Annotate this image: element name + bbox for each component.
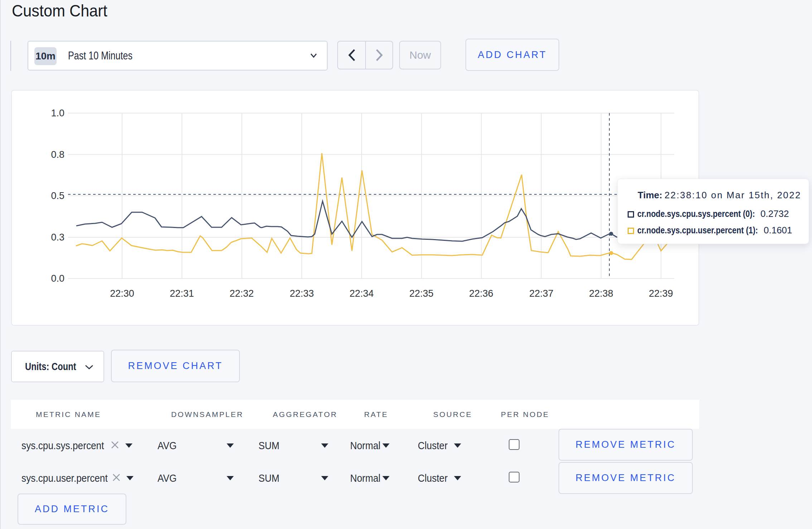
svg-text:0.8: 0.8 — [51, 149, 64, 160]
svg-text:0.5: 0.5 — [51, 190, 64, 201]
svg-text:22:37: 22:37 — [529, 288, 554, 299]
svg-text:22:34: 22:34 — [349, 288, 374, 299]
svg-text:22:35: 22:35 — [409, 288, 434, 299]
svg-text:22:39: 22:39 — [649, 288, 673, 299]
svg-text:22:30: 22:30 — [110, 288, 134, 299]
svg-text:22:31: 22:31 — [170, 288, 194, 299]
svg-text:22:32: 22:32 — [229, 288, 254, 299]
svg-text:22:33: 22:33 — [290, 288, 314, 299]
svg-text:22:36: 22:36 — [469, 288, 493, 299]
svg-text:1.0: 1.0 — [51, 108, 64, 118]
svg-text:22:38: 22:38 — [589, 288, 613, 299]
svg-text:0.3: 0.3 — [51, 232, 64, 243]
svg-text:0.0: 0.0 — [51, 273, 64, 284]
